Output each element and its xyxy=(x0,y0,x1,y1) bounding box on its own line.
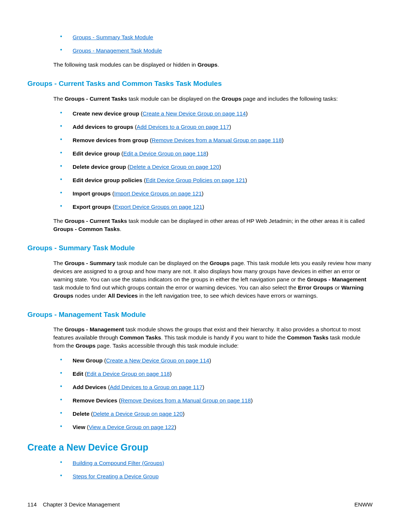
task-link[interactable]: Create a New Device Group on page 114 xyxy=(143,110,246,117)
task-label: Edit xyxy=(73,371,83,377)
task-link[interactable]: Edit a Device Group on page 118 xyxy=(123,150,207,157)
task-link[interactable]: Create a New Device Group on page 114 xyxy=(106,357,209,364)
paragraph: The Groups - Summary task module can be … xyxy=(53,259,373,300)
heading-create-new-device-group: Create a New Device Group xyxy=(27,441,373,454)
list-item: Delete (Delete a Device Group on page 12… xyxy=(60,410,373,418)
list-item: Export groups (Export Device Groups on p… xyxy=(60,203,373,211)
list-item: Edit (Edit a Device Group on page 118) xyxy=(60,370,373,378)
task-link[interactable]: Edit Device Group Policies on page 121 xyxy=(146,177,245,183)
task-label: Add devices to groups xyxy=(73,124,133,130)
paragraph: The following task modules can be displa… xyxy=(53,61,373,69)
heading-management-task-module: Groups - Management Task Module xyxy=(27,310,373,320)
task-link[interactable]: Add Devices to a Group on page 117 xyxy=(137,124,229,130)
task-link[interactable]: View a Device Group on page 122 xyxy=(89,424,174,430)
list-item: Steps for Creating a Device Group xyxy=(60,472,373,481)
list-item: Delete device group (Delete a Device Gro… xyxy=(60,163,373,171)
list-item: Add Devices (Add Devices to a Group on p… xyxy=(60,383,373,391)
task-link[interactable]: Export Device Groups on page 121 xyxy=(114,204,202,210)
heading-summary-task-module: Groups - Summary Task Module xyxy=(27,243,373,253)
paragraph: The Groups - Management task module show… xyxy=(53,325,373,350)
list-item: View (View a Device Group on page 122) xyxy=(60,423,373,431)
task-link[interactable]: Remove Devices from a Manual Group on pa… xyxy=(121,397,251,404)
list-item: Groups - Management Task Module xyxy=(60,47,373,55)
paragraph: The Groups - Current Tasks task module c… xyxy=(53,95,373,103)
page-number: 114 xyxy=(27,501,37,508)
task-label: Delete device group xyxy=(73,164,126,170)
task-label: Edit device group policies xyxy=(73,177,142,183)
link-building-compound-filter[interactable]: Building a Compound Filter (Groups) xyxy=(73,460,164,466)
list-item: Remove Devices (Remove Devices from a Ma… xyxy=(60,397,373,405)
list-item: Import groups (Import Device Groups on p… xyxy=(60,190,373,198)
task-link[interactable]: Delete a Device Group on page 120 xyxy=(130,164,219,170)
list-item: Add devices to groups (Add Devices to a … xyxy=(60,123,373,131)
task-link[interactable]: Delete a Device Group on page 120 xyxy=(93,411,183,417)
link-groups-summary[interactable]: Groups - Summary Task Module xyxy=(73,34,153,40)
page-footer: 114 Chapter 3 Device Management ENWW xyxy=(27,501,373,508)
task-label: New Group xyxy=(73,357,103,364)
task-link[interactable]: Add Devices to a Group on page 117 xyxy=(110,384,202,390)
task-label: Edit device group xyxy=(73,150,120,157)
list-item: Groups - Summary Task Module xyxy=(60,33,373,41)
list-item: New Group (Create a New Device Group on … xyxy=(60,357,373,365)
task-label: Create new device group xyxy=(73,110,139,117)
footer-right: ENWW xyxy=(354,501,373,508)
list-item: Edit device group policies (Edit Device … xyxy=(60,176,373,184)
paragraph: The Groups - Current Tasks task module c… xyxy=(53,217,373,233)
task-label: View xyxy=(73,424,85,430)
task-label: Export groups xyxy=(73,204,111,210)
heading-current-common-tasks: Groups - Current Tasks and Common Tasks … xyxy=(27,78,373,89)
task-link[interactable]: Import Device Groups on page 121 xyxy=(114,190,201,197)
list-item: Edit device group (Edit a Device Group o… xyxy=(60,150,373,158)
link-steps-creating-device-group[interactable]: Steps for Creating a Device Group xyxy=(73,473,159,479)
link-groups-management[interactable]: Groups - Management Task Module xyxy=(73,47,162,54)
list-item: Remove devices from group (Remove Device… xyxy=(60,136,373,144)
task-label: Delete xyxy=(73,411,90,417)
list-item: Create new device group (Create a New De… xyxy=(60,110,373,118)
chapter-label: Chapter 3 Device Management xyxy=(43,501,120,508)
list-item: Building a Compound Filter (Groups) xyxy=(60,459,373,467)
task-label: Remove devices from group xyxy=(73,137,148,143)
task-link[interactable]: Remove Devices from a Manual Group on pa… xyxy=(152,137,282,143)
task-link[interactable]: Edit a Device Group on page 118 xyxy=(87,371,170,377)
task-label: Add Devices xyxy=(73,384,106,390)
task-label: Remove Devices xyxy=(73,397,117,404)
task-label: Import groups xyxy=(73,190,111,197)
